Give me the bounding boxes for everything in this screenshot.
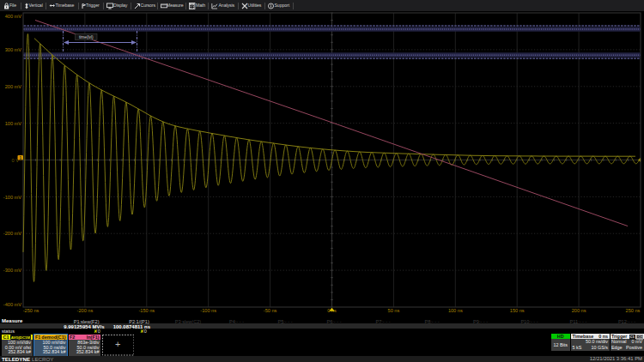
svg-text:time(lvl): time(lvl) [79,35,94,39]
svg-text:250 ns: 250 ns [626,308,641,313]
svg-text:-150 ns: -150 ns [138,308,155,313]
svg-text:-100 ns: -100 ns [200,308,216,313]
svg-text:300 mV: 300 mV [5,47,22,52]
svg-text:-300 mV: -300 mV [3,268,21,273]
svg-text:100 mV: 100 mV [5,121,22,126]
svg-text:-200 mV: -200 mV [3,231,21,236]
svg-text:-400 mV: -400 mV [3,302,21,307]
svg-text:-50 ns: -50 ns [264,308,277,313]
svg-text:200 ns: 200 ns [572,308,586,313]
svg-text:-200 ns: -200 ns [77,308,94,313]
svg-text:50 ns: 50 ns [388,308,400,313]
svg-text:400 mV: 400 mV [5,14,22,19]
svg-text:100 ns: 100 ns [448,308,463,313]
svg-text:-100 mV: -100 mV [3,195,21,200]
svg-text:200 mV: 200 mV [5,84,22,89]
svg-text:150 ns: 150 ns [510,308,525,313]
svg-text:-250 ns: -250 ns [23,308,39,313]
